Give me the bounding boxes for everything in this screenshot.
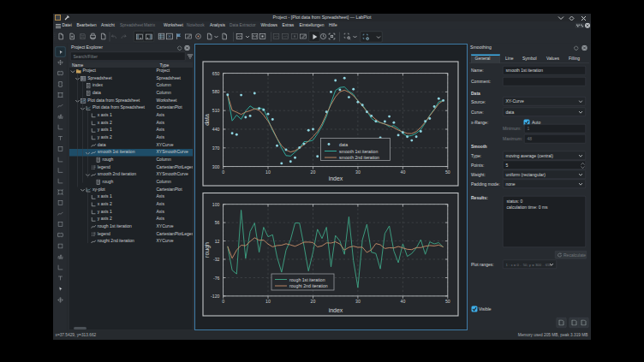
svg-text:-32: -32: [213, 257, 220, 262]
svg-text:smooth 1st iteration: smooth 1st iteration: [339, 149, 378, 154]
svg-text:rought 2nd iteration: rought 2nd iteration: [289, 283, 328, 288]
svg-text:rough 1st iteration: rough 1st iteration: [289, 277, 325, 282]
svg-text:index: index: [329, 175, 343, 181]
svg-text:50: 50: [445, 169, 450, 175]
svg-text:40: 40: [401, 299, 406, 304]
svg-text:data: data: [339, 142, 348, 147]
svg-text:56: 56: [215, 220, 220, 225]
svg-text:10: 10: [265, 169, 271, 175]
svg-text:index: index: [329, 307, 343, 313]
svg-text:-120: -120: [211, 294, 219, 299]
svg-text:510: 510: [212, 108, 220, 113]
svg-text:300: 300: [212, 164, 220, 169]
svg-text:40: 40: [401, 169, 406, 175]
svg-text:12: 12: [215, 239, 220, 244]
svg-text:10: 10: [265, 299, 271, 304]
svg-text:rough: rough: [204, 242, 211, 258]
svg-text:-76: -76: [213, 276, 220, 281]
svg-text:370: 370: [212, 145, 220, 151]
svg-text:580: 580: [212, 89, 220, 94]
svg-text:440: 440: [212, 127, 220, 132]
svg-text:data: data: [204, 114, 210, 126]
svg-text:30: 30: [355, 169, 361, 175]
svg-text:smooth 2nd iteration: smooth 2nd iteration: [339, 155, 379, 160]
svg-text:650: 650: [212, 71, 220, 76]
svg-text:0: 0: [222, 299, 224, 304]
svg-text:30: 30: [355, 299, 361, 304]
svg-text:100: 100: [212, 202, 220, 207]
svg-text:50: 50: [445, 299, 450, 304]
svg-text:20: 20: [311, 169, 316, 175]
svg-text:20: 20: [311, 299, 316, 304]
svg-text:0: 0: [222, 169, 224, 175]
